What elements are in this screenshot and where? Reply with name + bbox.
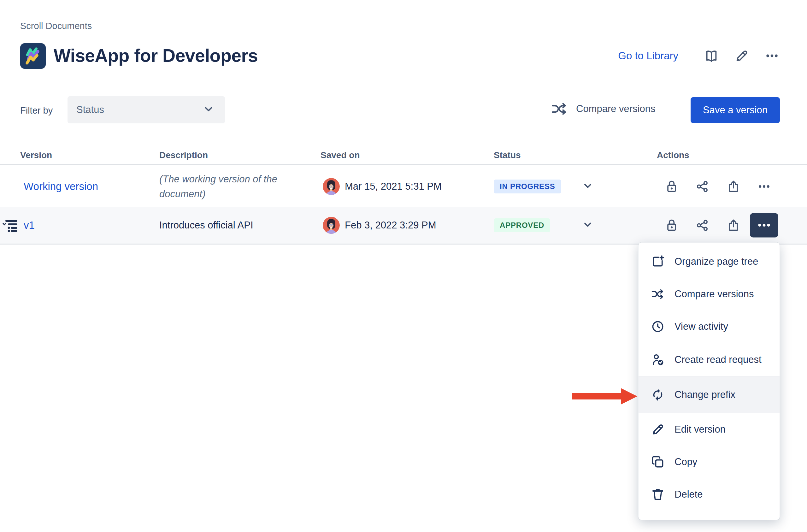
page-title: WiseApp for Developers	[54, 45, 258, 66]
row-more-button-active[interactable]	[750, 213, 778, 237]
go-to-library-link[interactable]: Go to Library	[618, 50, 678, 62]
export-button[interactable]	[726, 179, 741, 194]
status-chevron-icon[interactable]	[582, 180, 593, 193]
menu-item-organize-page-tree[interactable]: Organize page tree	[638, 245, 780, 278]
annotation-arrow	[572, 388, 637, 404]
ellipsis-icon	[756, 217, 772, 233]
saved-on-date: Mar 15, 2021 5:31 PM	[345, 181, 442, 192]
trash-icon	[651, 487, 665, 502]
column-header-saved-on: Saved on	[321, 150, 360, 160]
column-header-actions: Actions	[657, 150, 689, 160]
compare-versions-button[interactable]: Compare versions	[551, 100, 656, 117]
clock-icon	[651, 319, 665, 334]
share-button[interactable]	[695, 179, 710, 194]
export-button[interactable]	[726, 218, 741, 233]
export-icon	[727, 218, 741, 232]
version-link[interactable]: Working version	[24, 180, 98, 192]
shuffle-icon	[551, 100, 568, 117]
ellipsis-icon	[757, 179, 771, 193]
add-page-icon	[651, 254, 665, 269]
copy-icon	[651, 455, 665, 469]
shuffle-icon	[651, 287, 665, 301]
version-description: Introduces official API	[159, 220, 253, 231]
share-button[interactable]	[695, 218, 710, 233]
table-row: v1 Introduces official API	[0, 207, 807, 245]
row-more-button[interactable]	[756, 179, 772, 194]
version-description: (The working version of the document)	[159, 172, 304, 201]
filter-by-label: Filter by	[20, 106, 53, 116]
menu-item-change-prefix[interactable]: Change prefix	[638, 377, 780, 413]
menu-item-copy[interactable]: Copy	[638, 445, 780, 478]
book-icon	[704, 49, 719, 63]
export-icon	[727, 179, 741, 193]
lock-button[interactable]	[664, 218, 679, 233]
saved-on-date: Feb 3, 2022 3:29 PM	[345, 220, 436, 231]
version-actions-menu: Organize page tree Compare versions	[638, 242, 780, 520]
column-header-status: Status	[494, 150, 521, 160]
status-badge[interactable]: IN PROGRESS	[494, 179, 561, 193]
status-filter-dropdown[interactable]: Status	[68, 96, 225, 124]
page-tree-icon	[2, 218, 18, 232]
cycle-icon	[651, 387, 665, 402]
status-chevron-icon[interactable]	[582, 219, 593, 232]
table-header: Version Description Saved on Status Acti…	[0, 148, 807, 165]
avatar	[323, 178, 340, 195]
version-link[interactable]: v1	[24, 219, 35, 231]
menu-item-compare-versions[interactable]: Compare versions	[638, 278, 780, 310]
edit-document-button[interactable]	[734, 48, 750, 64]
document-more-button[interactable]	[764, 48, 780, 64]
table-row: Working version (The working version of …	[0, 166, 807, 207]
lock-icon	[665, 179, 678, 193]
page: Scroll Documents WiseApp for Developers …	[0, 0, 807, 532]
menu-item-delete[interactable]: Delete	[638, 478, 780, 511]
column-header-description: Description	[159, 150, 208, 160]
library-book-button[interactable]	[704, 48, 719, 64]
save-version-button[interactable]: Save a version	[691, 97, 780, 123]
avatar	[323, 217, 340, 234]
lock-button[interactable]	[664, 179, 679, 194]
column-header-version: Version	[20, 150, 52, 160]
menu-item-edit-version[interactable]: Edit version	[638, 413, 780, 445]
share-icon	[695, 218, 709, 232]
person-check-icon	[651, 353, 665, 367]
menu-item-view-activity[interactable]: View activity	[638, 310, 780, 343]
lock-icon	[665, 218, 678, 232]
status-badge[interactable]: APPROVED	[494, 218, 550, 232]
header-actions: Go to Library	[618, 48, 780, 64]
document-logo	[20, 43, 46, 69]
breadcrumb[interactable]: Scroll Documents	[20, 21, 92, 31]
ellipsis-icon	[765, 49, 779, 63]
pencil-icon	[651, 422, 665, 437]
pencil-icon	[734, 49, 749, 63]
share-icon	[695, 179, 709, 193]
compare-versions-label: Compare versions	[576, 103, 656, 115]
chevron-down-icon	[203, 103, 214, 116]
menu-item-create-read-request[interactable]: Create read request	[638, 343, 780, 376]
status-filter-value: Status	[76, 104, 104, 115]
zigzag-chart-icon	[23, 46, 43, 66]
